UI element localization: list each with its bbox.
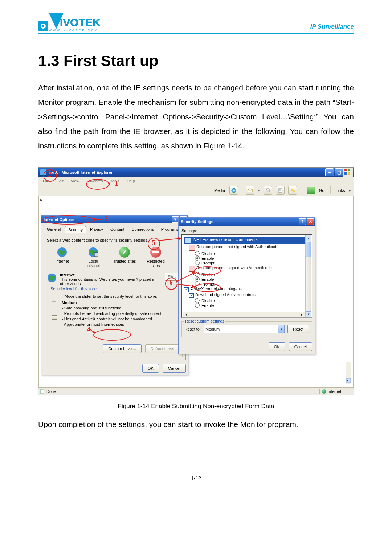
scroll-down-icon[interactable]: ▾ <box>306 311 311 317</box>
ie-app-icon <box>40 169 46 176</box>
zone-internet-label: Internet <box>55 259 69 263</box>
links-chevrons-icon[interactable]: » <box>348 189 351 193</box>
scroll-thumb[interactable] <box>306 242 311 257</box>
print-icon[interactable] <box>264 186 272 195</box>
settings-scrollbar[interactable]: ▴ ▾ <box>305 235 311 317</box>
svg-text:IVOTEK: IVOTEK <box>60 16 101 28</box>
sec-close-button[interactable]: ✕ <box>307 218 314 225</box>
figure-caption: Figure 1-14 Enable Submitting Non-encryp… <box>38 403 354 410</box>
radio-run-unsigned-disable[interactable]: Disable <box>184 251 310 256</box>
tab-content[interactable]: Content <box>107 226 128 233</box>
toolbar-separator <box>242 186 242 194</box>
zone-desc-head: Internet <box>60 273 159 277</box>
check-icon: ✓ <box>119 247 130 258</box>
io-ok-button[interactable]: OK <box>142 364 159 373</box>
discuss-icon[interactable] <box>288 186 297 195</box>
io-help-button[interactable]: ? <box>172 216 179 223</box>
zone-internet[interactable]: Internet <box>50 247 74 268</box>
item-run-signed[interactable]: Run components signed with Authenticode <box>184 266 310 272</box>
gear-icon <box>185 238 191 243</box>
sec-move-text: Move the slider to set the security leve… <box>65 294 179 299</box>
minimize-button[interactable]: – <box>325 168 334 176</box>
tab-general[interactable]: General <box>44 226 64 233</box>
chevron-down-icon[interactable]: ▾ <box>278 325 284 333</box>
checkbox-icon <box>184 287 189 292</box>
menu-tools[interactable]: Tools <box>107 178 123 184</box>
links-label[interactable]: Links <box>336 188 345 193</box>
ie-window-title: nank - Microsoft Internet Explorer <box>49 170 113 175</box>
radio-run-unsigned-prompt[interactable]: Prompt <box>184 260 310 265</box>
go-button[interactable] <box>307 187 315 194</box>
reset-custom-frame: Reset custom settings Reset to: Medium ▾… <box>181 321 312 337</box>
reset-to-combo[interactable]: Medium ▾ <box>204 325 285 333</box>
tab-privacy[interactable]: Privacy <box>87 226 106 233</box>
hscroll-right-icon[interactable]: ▸ <box>299 313 305 316</box>
go-label[interactable]: Go <box>319 188 324 193</box>
sec-point-2: - Unsigned ActiveX controls will not be … <box>62 316 162 322</box>
io-tab-row: General Security Privacy Content Connect… <box>44 226 186 233</box>
item-download-signed[interactable]: Download signed ActiveX controls <box>184 292 310 298</box>
item-run-unsigned[interactable]: Run components not signed with Authentic… <box>184 245 310 251</box>
group-activex[interactable]: ActiveX controls and plug-ins <box>184 287 310 292</box>
status-done: Done <box>46 389 56 394</box>
radio-run-unsigned-enable[interactable]: Enable <box>184 256 310 260</box>
globe-icon <box>88 247 99 258</box>
item-run-unsigned-label: Run components not signed with Authentic… <box>196 245 278 249</box>
globe-icon <box>47 273 57 283</box>
zone-trusted-sites[interactable]: ✓ Trusted sites <box>113 247 136 268</box>
media-icon[interactable] <box>229 186 238 195</box>
zone-globe-icon <box>322 389 326 394</box>
tab-security[interactable]: Security <box>65 226 86 233</box>
zone-select-prompt: Select a Web content zone to specify its… <box>47 238 183 242</box>
edit-icon[interactable] <box>276 186 285 195</box>
radio-dl-disable[interactable]: Disable <box>184 298 310 303</box>
zone-local-intranet[interactable]: Local intranet <box>82 247 105 268</box>
zone-restricted-label: Restricted sites <box>144 259 167 268</box>
security-level-legend: Security level for this zone <box>49 287 98 291</box>
menu-favorites[interactable]: Favorites <box>83 178 106 184</box>
zone-trusted-label: Trusted sites <box>113 259 136 263</box>
menu-help[interactable]: Help <box>124 178 138 184</box>
menu-file[interactable]: File <box>40 178 52 184</box>
svg-text:▾: ▾ <box>347 379 349 382</box>
settings-list[interactable]: ▴ ▾ .NET Framework-reliant components Ru… <box>181 234 312 318</box>
menu-edit[interactable]: Edit <box>54 178 66 184</box>
radio-dl-enable[interactable]: Enable <box>184 303 310 308</box>
toolbar-media-label[interactable]: Media <box>214 188 225 193</box>
tab-connections[interactable]: Connections <box>128 226 157 233</box>
svg-point-2 <box>42 25 44 27</box>
radio-run-signed-disable[interactable]: Disable <box>184 272 310 277</box>
security-settings-dialog: Security Settings ? ✕ Settings: ▴ ▾ <box>178 217 315 354</box>
zone-restricted-sites[interactable]: Restricted sites <box>144 247 167 268</box>
svg-point-20 <box>293 190 295 192</box>
brand-logo: IVOTEK W W W . V I V O T E K . C O M <box>38 11 111 33</box>
internet-options-titlebar: Internet Options ? ✕ <box>41 216 188 223</box>
io-cancel-button[interactable]: Cancel <box>163 364 186 373</box>
hscroll-left-icon[interactable]: ◂ <box>183 313 188 316</box>
zone-icons-row: Internet Local intranet <box>47 245 183 270</box>
security-slider[interactable] <box>52 301 57 341</box>
custom-level-button[interactable]: Custom Level... <box>103 344 141 353</box>
sec-help-button[interactable]: ? <box>299 218 306 225</box>
radio-run-signed-prompt[interactable]: Prompt <box>184 282 310 286</box>
group-net-framework[interactable]: .NET Framework-reliant components <box>184 237 310 244</box>
settings-label: Settings: <box>181 229 312 233</box>
scroll-up-icon[interactable]: ▴ <box>306 235 311 241</box>
menu-view[interactable]: View <box>68 178 82 184</box>
mail-icon[interactable] <box>246 186 254 195</box>
mail-dropdown-icon[interactable]: ▾ <box>258 189 260 192</box>
sec-cancel-button[interactable]: Cancel <box>289 342 312 351</box>
reset-button[interactable]: Reset <box>287 325 309 333</box>
svg-rect-8 <box>348 169 350 171</box>
radio-run-signed-enable[interactable]: Enable <box>184 277 310 282</box>
item-download-signed-label: Download signed ActiveX controls <box>195 292 256 297</box>
svg-rect-7 <box>344 169 347 171</box>
group-activex-label: ActiveX controls and plug-ins <box>190 287 242 291</box>
item-run-signed-label: Run components signed with Authenticode <box>196 266 272 270</box>
svg-rect-15 <box>267 189 269 190</box>
sec-ok-button[interactable]: OK <box>269 342 285 351</box>
maximize-button[interactable]: ▢ <box>335 168 343 176</box>
default-level-button[interactable]: Default Level <box>145 344 179 353</box>
ie-toolbar: Media ▾ Go Links » <box>38 185 354 196</box>
sec-level-name: Medium <box>62 300 162 305</box>
